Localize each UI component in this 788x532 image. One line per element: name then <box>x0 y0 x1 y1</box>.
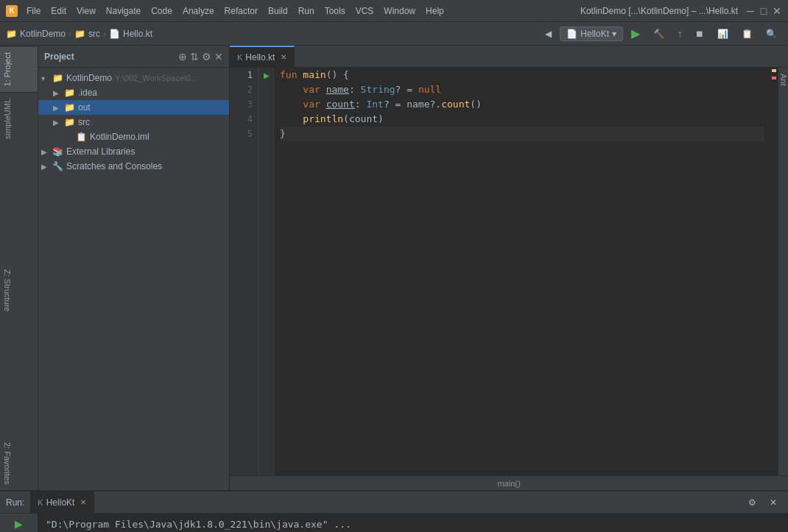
sidebar-item-project[interactable]: 1: Project <box>0 46 38 92</box>
tree-label-ext-lib: External Libraries <box>66 146 135 157</box>
tree-item-scratches[interactable]: ▶ 🔧 Scratches and Consoles <box>38 159 229 174</box>
toolbar: 📁 KotlinDemo › 📁 src › 📄 Hello.kt ◀ 📄 He… <box>0 22 788 46</box>
maximize-button[interactable]: □ <box>759 6 769 16</box>
minimize-button[interactable]: ─ <box>745 6 756 16</box>
project-panel-header: Project ⊕ ⇅ ⚙ ✕ <box>38 46 229 68</box>
tab-label: Hello.kt <box>245 52 275 63</box>
code-editor[interactable]: 1 2 3 4 5 ▶ fun main() { var name: Strin… <box>230 68 788 475</box>
line-num-3: 3 <box>230 97 258 112</box>
window-controls: ─ □ ✕ <box>745 6 782 16</box>
chevron-down-icon: ▾ <box>612 29 616 39</box>
tree-label-root: KotlinDemo <box>66 73 112 83</box>
tree-item-out[interactable]: ▶ 📁 out <box>38 100 229 115</box>
sort-icon[interactable]: ⇅ <box>190 51 199 63</box>
run-config-selector[interactable]: 📄 HelloKt ▾ <box>560 26 623 41</box>
coverage-button[interactable]: 📊 <box>712 26 734 41</box>
update-button[interactable]: ↑ <box>672 26 687 41</box>
code-line-2: var name: String? = null <box>280 82 764 97</box>
sidebar-item-structure[interactable]: Z: Structure <box>0 263 38 317</box>
menu-navigate[interactable]: Navigate <box>102 4 145 18</box>
build-button[interactable]: 🔨 <box>648 26 669 41</box>
run-button[interactable]: ▶ <box>626 24 645 43</box>
margin-mark-1 <box>772 69 776 72</box>
tree-arrow-out: ▶ <box>53 104 63 112</box>
window-title: KotlinDemo [...\KotlinDemo] – ...\Hello.… <box>580 6 738 16</box>
file-icon-iml: 📋 <box>75 131 87 143</box>
tree-item-src[interactable]: ▶ 📁 src <box>38 115 229 130</box>
add-icon[interactable]: ⊕ <box>178 51 187 63</box>
console-line-1: "D:\Program Files\Java\jdk1.8.0_221\bin\… <box>46 518 781 531</box>
search-everywhere-button[interactable]: 🔍 <box>761 26 782 41</box>
main-content: 1: Project simpleUML Z: Structure 2: Fav… <box>0 46 788 490</box>
project-panel: Project ⊕ ⇅ ⚙ ✕ ▾ 📁 KotlinDemo Y:\002_Wo… <box>38 46 230 490</box>
tree-label-iml: KotlinDemo.iml <box>90 132 149 142</box>
menu-help[interactable]: Help <box>421 4 448 18</box>
sidebar-item-favorites[interactable]: 2: Favorites <box>0 436 38 490</box>
close-button[interactable]: ✕ <box>772 6 782 16</box>
ant-panel: Ant <box>778 68 788 475</box>
run-indicator-icon: ▶ <box>264 71 270 79</box>
close-bottom-panel-btn[interactable]: ✕ <box>764 495 782 510</box>
folder-icon-out: 📁 <box>63 102 75 113</box>
editor-area: K Hello.kt ✕ 1 2 3 4 5 ▶ <box>230 46 788 490</box>
tab-close-button[interactable]: ✕ <box>281 53 286 61</box>
console-area[interactable]: "D:\Program Files\Java\jdk1.8.0_221\bin\… <box>38 514 788 532</box>
tab-hello-kt[interactable]: K Hello.kt ✕ <box>230 46 295 68</box>
editor-tabs: K Hello.kt ✕ <box>230 46 788 68</box>
breadcrumb-project[interactable]: KotlinDemo <box>20 29 66 39</box>
tree-arrow-idea: ▶ <box>53 89 63 97</box>
sidebar-item-simpleuml[interactable]: simpleUML <box>0 92 38 145</box>
tree-item-ext-lib[interactable]: ▶ 📚 External Libraries <box>38 144 229 159</box>
menu-run[interactable]: Run <box>294 4 319 18</box>
code-line-4: println(count) <box>280 112 764 127</box>
code-line-1: fun main() { <box>280 68 764 82</box>
run-config-label: HelloKt <box>580 29 609 39</box>
bottom-tab-hellopt[interactable]: K HelloKt ✕ <box>30 492 94 514</box>
project-panel-title: Project <box>44 52 175 62</box>
run-again-button[interactable]: ▶ <box>10 517 28 531</box>
breadcrumb-file[interactable]: Hello.kt <box>123 29 152 39</box>
margin-mark-2 <box>772 77 776 79</box>
menu-code[interactable]: Code <box>147 4 177 18</box>
breadcrumb-src[interactable]: src <box>88 29 100 39</box>
menu-vcs[interactable]: VCS <box>351 4 379 18</box>
project-tree: ▾ 📁 KotlinDemo Y:\002_WorkSpace\0... ▶ 📁… <box>38 68 229 490</box>
bottom-tab-close[interactable]: ✕ <box>80 498 86 506</box>
tree-item-iml[interactable]: ▶ 📋 KotlinDemo.iml <box>38 130 229 144</box>
bottom-left-panel: ▶ ▲ ▼ ⟳ ⇉ 🖨 🗑 📌 <box>0 514 38 532</box>
menu-file[interactable]: File <box>22 4 45 18</box>
folder-icon-src: 📁 <box>63 116 75 128</box>
settings-icon-btn[interactable]: ⚙ <box>743 495 761 510</box>
tree-item-idea[interactable]: ▶ 📁 .idea <box>38 85 229 100</box>
menu-refactor[interactable]: Refactor <box>220 4 262 18</box>
folder-icon-root: 📁 <box>52 72 63 84</box>
code-line-5: } <box>280 127 764 141</box>
tree-item-root[interactable]: ▾ 📁 KotlinDemo Y:\002_WorkSpace\0... <box>38 71 229 85</box>
line-number-gutter: 1 2 3 4 5 <box>230 68 259 475</box>
settings-icon[interactable]: ⚙ <box>202 51 211 63</box>
run-line-3 <box>259 97 273 112</box>
stop-button[interactable]: ⏹ <box>690 26 709 41</box>
ext-lib-icon: 📚 <box>52 146 63 157</box>
title-bar: K File Edit View Navigate Code Analyze R… <box>0 0 788 22</box>
close-panel-icon[interactable]: ✕ <box>214 51 223 63</box>
back-button[interactable]: ◀ <box>540 26 557 41</box>
menu-window[interactable]: Window <box>379 4 420 18</box>
breadcrumb-folder-icon: 📁 <box>6 29 17 39</box>
menu-tools[interactable]: Tools <box>320 4 350 18</box>
breadcrumb-file-icon: 📄 <box>109 29 120 39</box>
breadcrumb: 📁 KotlinDemo › 📁 src › 📄 Hello.kt <box>6 29 537 39</box>
bottom-tab-label: HelloKt <box>46 497 75 508</box>
ant-label[interactable]: Ant <box>779 74 788 86</box>
menu-edit[interactable]: Edit <box>46 4 71 18</box>
menu-view[interactable]: View <box>72 4 100 18</box>
run-line-2 <box>259 82 273 97</box>
code-line-3: var count: Int? = name?.count() <box>280 97 764 112</box>
profile-button[interactable]: 📋 <box>736 26 758 41</box>
tree-label-src: src <box>78 117 90 127</box>
code-content[interactable]: fun main() { var name: String? = null va… <box>274 68 770 475</box>
bottom-section: Run: K HelloKt ✕ ⚙ ✕ ▶ ▲ ▼ ⟳ ⇉ 🖨 🗑 📌 "D:… <box>0 490 788 532</box>
toolbar-right: ◀ 📄 HelloKt ▾ ▶ 🔨 ↑ ⏹ 📊 📋 🔍 <box>540 24 782 43</box>
menu-analyze[interactable]: Analyze <box>178 4 219 18</box>
menu-build[interactable]: Build <box>264 4 292 18</box>
